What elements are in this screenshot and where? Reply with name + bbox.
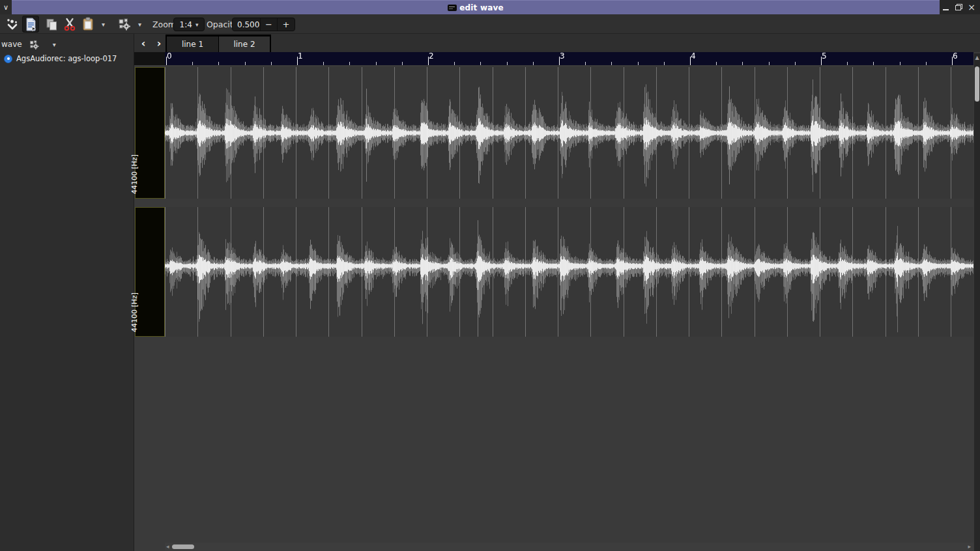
tab-line-2[interactable]: line 2 — [219, 36, 270, 52]
wave-panel-1: 44100 [Hz] — [135, 207, 973, 337]
minimize-button[interactable] — [941, 2, 950, 12]
waveform-canvas-1[interactable] — [165, 207, 973, 337]
copy-icon — [44, 17, 59, 31]
scroll-up-arrow-icon[interactable]: ▲ — [974, 55, 980, 61]
nav-back-button[interactable]: ‹ — [137, 35, 150, 51]
machine-label: AgsAudiorec: ags-loop-017 — [16, 54, 117, 63]
ruler-corner — [134, 52, 165, 65]
wave-selector-row: wave ▾ — [1, 38, 56, 51]
restore-button[interactable] — [954, 2, 963, 12]
opacity-increment-button[interactable]: + — [278, 18, 295, 31]
titlebar-drag-area[interactable]: edit wave — [12, 0, 940, 14]
tools-icon — [117, 17, 132, 31]
wave-editor: ‹ › line 1 line 2 0123456 44100 [Hz] 441… — [134, 34, 980, 551]
sample-rate-label-0: 44100 [Hz] — [130, 154, 139, 194]
wave-selector-caret-icon[interactable]: ▾ — [46, 41, 56, 48]
scroll-left-arrow-icon[interactable]: ◂ — [166, 543, 169, 550]
window-menu-button[interactable]: ∨ — [0, 0, 12, 14]
edit-tool-icon — [24, 17, 37, 32]
waveform-area-0[interactable] — [165, 67, 973, 199]
restore-icon — [955, 4, 962, 10]
horizontal-scrollbar-thumb[interactable] — [172, 544, 194, 549]
opacity-value-field[interactable]: 0.500 — [233, 18, 261, 31]
machine-sidebar: wave ▾ AgsAudiorec: ags-loop-017 — [0, 34, 134, 551]
minimize-icon — [943, 9, 949, 10]
ruler-unit-label: 3 — [560, 52, 565, 61]
window-title: edit wave — [459, 3, 504, 12]
edit-overflow-caret-icon[interactable]: ▾ — [102, 16, 105, 33]
ruler-unit-label: 4 — [691, 52, 696, 61]
toolbar: ▾ ▾ Zoom 1:4 ▾ Opacity 0.500 − + — [0, 14, 980, 34]
window-controls: × — [940, 0, 980, 14]
ruler-ticks-canvas — [165, 52, 973, 65]
close-button[interactable]: × — [967, 2, 976, 12]
ruler-unit-label: 5 — [822, 52, 827, 61]
nav-forward-button[interactable]: › — [152, 35, 166, 51]
vertical-scrollbar-thumb[interactable] — [975, 66, 979, 102]
waveform-area-1[interactable] — [165, 207, 973, 337]
zoom-label: Zoom — [152, 16, 176, 33]
edit-wave-window: ∨ edit wave × — [0, 0, 980, 551]
machine-radio-icon[interactable] — [4, 55, 12, 63]
tab-line-1[interactable]: line 1 — [167, 36, 218, 52]
wave-panel-0: 44100 [Hz] — [135, 67, 973, 199]
vertical-scrollbar[interactable]: ▲ ▼ — [974, 53, 980, 551]
opacity-spinbutton: 0.500 − + — [232, 18, 295, 31]
ruler-unit-label: 0 — [167, 52, 172, 61]
ruler-unit-label: 1 — [298, 52, 303, 61]
sample-rate-strip-1: 44100 [Hz] — [135, 207, 165, 337]
timeline-ruler[interactable]: 0123456 — [165, 52, 973, 65]
waveform-canvas-0[interactable] — [165, 67, 973, 199]
zoom-value: 1:4 — [180, 20, 192, 29]
machine-gears-icon — [29, 39, 40, 50]
sample-rate-strip-0: 44100 [Hz] — [135, 67, 165, 199]
ruler-unit-label: 2 — [429, 52, 434, 61]
scroll-right-arrow-icon[interactable]: ▸ — [968, 543, 971, 550]
horizontal-scrollbar[interactable]: ◂ ▸ — [165, 543, 973, 550]
paste-icon — [81, 16, 95, 32]
zoom-combobox[interactable]: 1:4 ▾ — [173, 18, 205, 31]
cut-tool-button[interactable] — [61, 16, 78, 33]
paste-tool-button[interactable] — [79, 16, 96, 33]
position-tool-icon — [5, 17, 20, 31]
copy-tool-button[interactable] — [43, 16, 60, 33]
titlebar: ∨ edit wave × — [0, 0, 980, 14]
ruler-unit-label: 6 — [953, 52, 958, 61]
opacity-decrement-button[interactable]: − — [261, 18, 278, 31]
position-tool-button[interactable] — [4, 16, 21, 33]
wave-selector-label: wave — [1, 40, 22, 49]
machine-radio-row[interactable]: AgsAudiorec: ags-loop-017 — [4, 53, 117, 64]
line-tabstrip: line 1 line 2 — [166, 35, 271, 52]
tools-menu-button[interactable] — [116, 16, 133, 33]
cut-icon — [63, 17, 77, 31]
app-icon — [448, 5, 457, 11]
zoom-caret-icon: ▾ — [195, 21, 199, 28]
tools-overflow-caret-icon[interactable]: ▾ — [138, 16, 141, 33]
sample-rate-label-1: 44100 [Hz] — [130, 292, 139, 332]
edit-tool-button[interactable] — [22, 16, 39, 33]
